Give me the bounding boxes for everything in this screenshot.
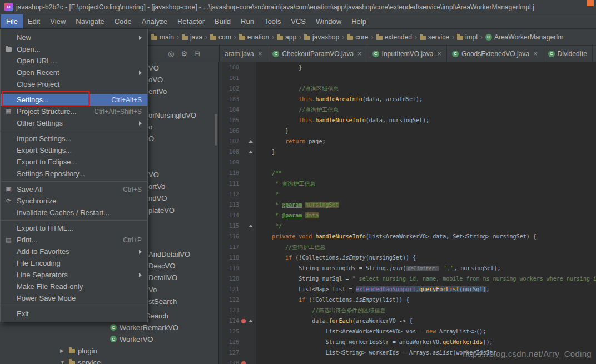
menu-item-import-settings[interactable]: Import Settings... (1, 133, 147, 144)
tab-aram-java[interactable]: aram.java× (220, 46, 267, 62)
line-number[interactable]: 121 (219, 286, 239, 292)
tree-item-o[interactable]: O (148, 133, 154, 144)
breadcrumb-item-app[interactable]: app (277, 33, 296, 41)
menubar-item-vcs[interactable]: VCS (286, 14, 311, 28)
breadcrumb-item-main[interactable]: main (151, 33, 174, 41)
line-number[interactable]: 105 (219, 117, 239, 123)
tree-item-ornursingidvo[interactable]: orNursingIdVO (148, 109, 196, 121)
menu-item-close-project[interactable]: Close Project (1, 78, 147, 90)
menubar-item-analyze[interactable]: Analyze (137, 14, 172, 28)
gutter[interactable]: 1001011021031041051061071081091101111121… (219, 62, 256, 364)
collapse-all-icon[interactable]: ⊟ (194, 50, 200, 57)
menu-item-open[interactable]: Open... (1, 43, 147, 55)
line-number[interactable]: 106 (219, 128, 239, 134)
breadcrumb-item-impl[interactable]: impl (457, 33, 478, 41)
line-number[interactable]: 116 (219, 233, 239, 240)
line-number[interactable]: 117 (219, 244, 239, 250)
line-number[interactable]: 123 (219, 307, 239, 313)
menubar-item-tools[interactable]: Tools (259, 14, 286, 28)
tree-item-vo[interactable]: VO (148, 62, 159, 73)
tree-item-service[interactable]: ▼service (60, 357, 101, 364)
breadcrumb-item-service[interactable]: service (420, 33, 449, 41)
line-number[interactable]: 119 (219, 265, 239, 271)
code-area[interactable]: } //查询区域信息 this.handleAreaInfo(data, are… (256, 62, 596, 364)
tab-close-icon[interactable]: × (437, 49, 441, 58)
line-number[interactable]: 103 (219, 96, 239, 102)
breadcrumb-item-areaworkermanagerim[interactable]: CAreaWorkerManagerIm (485, 33, 564, 41)
menu-item-export-settings[interactable]: Export Settings... (1, 144, 147, 156)
breadcrumb-item-core[interactable]: core (347, 33, 368, 41)
tab-close-icon[interactable]: × (533, 49, 538, 58)
menubar-item-run[interactable]: Run (236, 14, 259, 28)
editor[interactable]: 1001011021031041051061071081091101111121… (219, 62, 596, 364)
error-marker-icon[interactable] (241, 361, 246, 364)
line-number[interactable]: 128 (219, 360, 239, 364)
breadcrumb-item-javashop[interactable]: javashop (304, 33, 339, 41)
menubar-item-edit[interactable]: Edit (23, 14, 45, 28)
line-number[interactable]: 113 (219, 202, 239, 208)
fold-marker-icon[interactable] (249, 320, 253, 322)
line-number[interactable]: 101 (219, 75, 239, 81)
fold-marker-icon[interactable] (249, 151, 253, 153)
line-number[interactable]: 115 (219, 223, 239, 229)
menu-item-new[interactable]: New (1, 32, 147, 43)
line-number[interactable]: 107 (219, 138, 239, 144)
line-number[interactable]: 108 (219, 149, 239, 155)
line-number[interactable]: 114 (219, 212, 239, 218)
menu-item-settings[interactable]: Settings...Ctrl+Alt+S (1, 94, 147, 106)
tree-item-anddetailvo[interactable]: AndDetailVO (148, 248, 190, 260)
line-number[interactable]: 111 (219, 181, 239, 187)
tab-checkoutparamvo-java[interactable]: CCheckoutParamVO.java× (267, 46, 367, 62)
menubar-item-view[interactable]: View (45, 14, 71, 28)
fold-marker-icon[interactable] (249, 140, 253, 143)
tree-item-detailvo[interactable]: DetailVO (148, 272, 177, 283)
line-number[interactable]: 100 (219, 64, 239, 71)
tab-goodsextenedvo-java[interactable]: CGoodsExtenedVO.java× (447, 46, 543, 62)
menu-item-synchronize[interactable]: ⟳Synchronize (1, 195, 147, 207)
menu-item-file-encoding[interactable]: File Encoding (1, 257, 147, 269)
menu-item-export-to-eclipse[interactable]: Export to Eclipse... (1, 156, 147, 168)
tree-item-workerremarkvo[interactable]: CWorkerRemarkVO (110, 322, 178, 333)
line-number[interactable]: 110 (219, 170, 239, 176)
chevron-down-icon[interactable]: ▼ (60, 360, 66, 364)
menu-item-settings-repository[interactable]: Settings Repository... (1, 168, 147, 179)
breadcrumb-item-com[interactable]: com (210, 33, 231, 41)
tree-item-plugin[interactable]: ▶plugin (60, 345, 97, 356)
tree-item-stsearch[interactable]: stSearch (148, 296, 177, 307)
menu-item-print[interactable]: ▤Print...Ctrl+P (1, 234, 147, 246)
line-number[interactable]: 104 (219, 107, 239, 113)
breadcrumb-item-enation[interactable]: enation (239, 33, 269, 41)
menubar-item-navigate[interactable]: Navigate (71, 14, 109, 28)
line-number[interactable]: 127 (219, 350, 239, 356)
tree-item-descvo[interactable]: DescVO (148, 260, 175, 271)
tree-item-entvo[interactable]: entVo (148, 86, 167, 97)
error-marker-icon[interactable] (241, 319, 246, 323)
chevron-right-icon[interactable]: ▶ (60, 348, 66, 353)
line-number[interactable]: 126 (219, 339, 239, 345)
tree-item-platevo[interactable]: plateVO (148, 205, 175, 216)
line-number[interactable]: 118 (219, 255, 239, 261)
menubar-item-file[interactable]: File (1, 14, 23, 28)
line-number[interactable]: 124 (219, 318, 239, 324)
tree-item-workervo[interactable]: CWorkerVO (110, 333, 153, 345)
line-number[interactable]: 122 (219, 297, 239, 303)
menu-item-export-to-html[interactable]: Export to HTML... (1, 222, 147, 234)
breadcrumb-item-java[interactable]: java (182, 33, 202, 41)
tree-scrollbar[interactable] (215, 114, 217, 146)
fold-marker-icon[interactable] (249, 225, 253, 227)
settings-gear-icon[interactable]: ⚙ (181, 50, 187, 57)
line-number[interactable]: 109 (219, 159, 239, 166)
menubar-item-code[interactable]: Code (110, 14, 137, 28)
menu-item-save-all[interactable]: ▣Save AllCtrl+S (1, 183, 147, 195)
menu-item-make-file-read-only[interactable]: Make File Read-only (1, 281, 147, 292)
line-number[interactable]: 112 (219, 191, 239, 197)
menu-item-open-url[interactable]: Open URL... (1, 55, 147, 67)
tree-item-vo[interactable]: Vo (148, 284, 157, 295)
tree-item-ovo[interactable]: oVO (148, 74, 163, 85)
menu-item-add-to-favorites[interactable]: Add to Favorites (1, 246, 147, 257)
tree-item-ortvo[interactable]: ortVo (148, 181, 165, 192)
tab-dividedite[interactable]: CDividedIte (543, 46, 593, 62)
menubar-item-refactor[interactable]: Refactor (172, 14, 210, 28)
menu-item-project-structure[interactable]: ▦Project Structure...Ctrl+Alt+Shift+S (1, 106, 147, 117)
breadcrumb-item-extended[interactable]: extended (376, 33, 412, 41)
